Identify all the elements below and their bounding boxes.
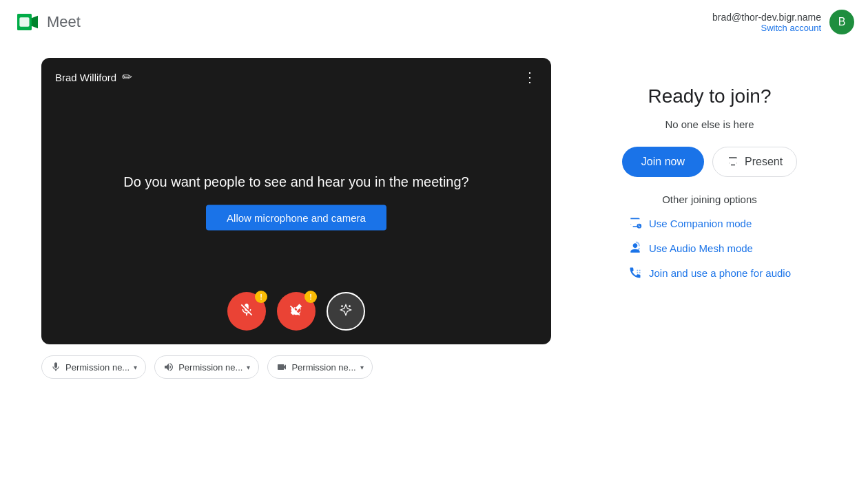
video-section: Brad Williford ✏ ⋮ Do you want people to… [41, 58, 551, 379]
present-button[interactable]: Present [712, 147, 797, 177]
meet-logo-icon [14, 8, 41, 36]
effects-button[interactable] [327, 292, 365, 331]
video-username-area: Brad Williford ✏ [55, 70, 132, 85]
mic-off-icon [239, 302, 254, 321]
camera-small-icon [276, 362, 287, 373]
phone-audio-icon [628, 266, 642, 280]
avatar[interactable]: B [829, 10, 854, 34]
mic-permission-label: Permission ne... [65, 362, 130, 373]
companion-mode-label: Use Companion mode [649, 218, 752, 229]
logo-text: Meet [47, 13, 81, 31]
main-content: Brad Williford ✏ ⋮ Do you want people to… [0, 44, 868, 393]
other-options-title: Other joining options [662, 194, 757, 205]
join-now-button[interactable]: Join now [622, 147, 704, 177]
video-center-content: Do you want people to see and hear you i… [92, 172, 500, 231]
other-options: Use Companion mode Use Audio Mesh mode J… [628, 216, 791, 280]
audio-mesh-label: Use Audio Mesh mode [649, 242, 753, 254]
companion-mode-icon [628, 216, 642, 230]
present-icon [727, 156, 739, 168]
effects-icon [338, 302, 353, 321]
video-more-menu[interactable]: ⋮ [523, 69, 537, 85]
mic-chevron-icon: ▾ [134, 364, 137, 371]
camera-warning-badge: ! [304, 291, 317, 303]
edit-name-icon[interactable]: ✏ [122, 70, 132, 85]
speaker-permission-dropdown[interactable]: Permission ne... ▾ [154, 355, 259, 379]
camera-chevron-icon: ▾ [360, 364, 364, 371]
svg-point-7 [341, 305, 343, 307]
phone-audio-label: Join and use a phone for audio [649, 267, 791, 279]
companion-mode-link[interactable]: Use Companion mode [628, 216, 752, 230]
logo: Meet [14, 8, 81, 36]
permissions-row: Permission ne... ▾ Permission ne... ▾ Pe… [41, 355, 551, 379]
camera-permission-dropdown[interactable]: Permission ne... ▾ [267, 355, 372, 379]
account-section: brad@thor-dev.bigr.name Switch account B [712, 10, 854, 34]
microphone-permission-dropdown[interactable]: Permission ne... ▾ [41, 355, 146, 379]
account-email: brad@thor-dev.bigr.name [712, 12, 821, 23]
present-label: Present [745, 156, 783, 168]
speaker-permission-label: Permission ne... [178, 362, 242, 373]
camera-button[interactable]: ! [277, 292, 316, 331]
svg-rect-5 [19, 17, 29, 26]
ready-title: Ready to join? [648, 85, 771, 107]
camera-off-icon [289, 302, 304, 321]
account-info: brad@thor-dev.bigr.name Switch account [712, 12, 821, 33]
join-row: Join now Present [622, 147, 797, 177]
header: Meet brad@thor-dev.bigr.name Switch acco… [0, 0, 868, 44]
permission-question: Do you want people to see and hear you i… [92, 172, 500, 191]
phone-audio-link[interactable]: Join and use a phone for audio [628, 266, 791, 280]
camera-permission-label: Permission ne... [291, 362, 355, 373]
switch-account-link[interactable]: Switch account [712, 23, 821, 33]
no-one-text: No one else is here [665, 118, 754, 130]
video-preview: Brad Williford ✏ ⋮ Do you want people to… [41, 58, 551, 344]
video-header: Brad Williford ✏ ⋮ [41, 58, 551, 96]
speaker-small-icon [163, 362, 174, 373]
svg-marker-4 [32, 16, 38, 28]
username-text: Brad Williford [55, 72, 116, 83]
audio-mesh-link[interactable]: Use Audio Mesh mode [628, 241, 753, 255]
audio-mesh-icon [628, 241, 642, 255]
right-panel: Ready to join? No one else is here Join … [592, 58, 827, 280]
mic-warning-badge: ! [255, 291, 267, 303]
allow-microphone-camera-button[interactable]: Allow microphone and camera [206, 205, 386, 231]
microphone-button[interactable]: ! [227, 292, 266, 331]
video-controls: ! ! [41, 292, 551, 331]
svg-point-6 [349, 305, 351, 307]
mic-small-icon [50, 362, 61, 373]
speaker-chevron-icon: ▾ [247, 364, 250, 371]
